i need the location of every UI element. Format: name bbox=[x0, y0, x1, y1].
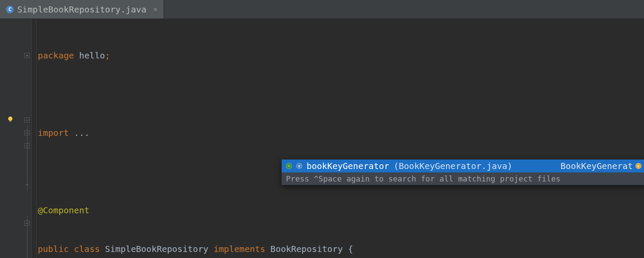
intention-bulb-icon[interactable] bbox=[6, 115, 14, 125]
completion-file: (BookKeyGenerator.java) bbox=[394, 161, 513, 171]
code-line[interactable]: public class SimpleBookRepository implem… bbox=[38, 243, 644, 255]
editor-tab[interactable]: C SimpleBookRepository.java × bbox=[0, 0, 164, 18]
fold-collapse-icon[interactable] bbox=[24, 117, 30, 123]
completion-name: bookKeyGenerator bbox=[307, 161, 389, 171]
class-icon: c bbox=[296, 163, 302, 169]
code-line[interactable] bbox=[38, 88, 644, 101]
code-completion-popup: c bookKeyGenerator (BookKeyGenerator.jav… bbox=[281, 159, 644, 185]
code-line[interactable]: @Component bbox=[38, 204, 644, 217]
svg-point-0 bbox=[8, 117, 12, 121]
completion-type: BookKeyGenerat bbox=[560, 161, 633, 171]
editor-wrap: package hello; import ... @Component pub… bbox=[0, 19, 644, 258]
code-line[interactable]: package hello; bbox=[38, 49, 644, 62]
class-file-icon: C bbox=[6, 6, 14, 13]
fold-expand-icon[interactable] bbox=[24, 53, 30, 58]
bean-icon bbox=[286, 163, 292, 169]
code-editor[interactable]: package hello; import ... @Component pub… bbox=[32, 19, 644, 258]
completion-item[interactable]: c bookKeyGenerator (BookKeyGenerator.jav… bbox=[282, 160, 644, 172]
gutter[interactable] bbox=[0, 19, 32, 258]
code-line[interactable]: import ... bbox=[38, 126, 644, 139]
class-icon: c bbox=[635, 163, 641, 169]
completion-hint: Press ^Space again to search for all mat… bbox=[282, 172, 644, 185]
tab-bar: C SimpleBookRepository.java × bbox=[0, 0, 644, 19]
fold-line bbox=[27, 126, 27, 190]
tab-filename: SimpleBookRepository.java bbox=[17, 4, 146, 15]
svg-rect-1 bbox=[9, 120, 11, 122]
close-icon[interactable]: × bbox=[153, 5, 158, 13]
fold-line bbox=[27, 216, 27, 258]
